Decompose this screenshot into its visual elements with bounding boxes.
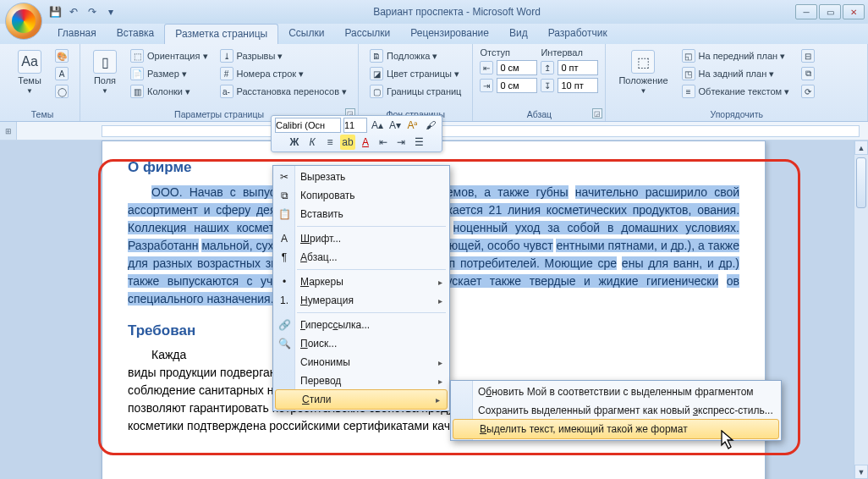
font-color-icon[interactable]: A [358,135,373,150]
cm-bullets[interactable]: •Маркеры [273,273,449,291]
tab-developer[interactable]: Разработчик [538,24,618,44]
sm-select-similar[interactable]: Выделить текст, имеющий такой же формат [453,419,779,439]
cm-font[interactable]: AШрифт... [273,229,449,248]
space-after-input[interactable] [558,78,598,93]
margins-icon: ▯ [93,50,117,74]
ruler-toggle[interactable]: ⊞ [0,122,17,140]
horizontal-ruler[interactable] [102,125,860,137]
tab-review[interactable]: Рецензирование [400,24,499,44]
indent-left[interactable]: ⇤ [480,60,537,75]
style-quick-icon[interactable]: Aᵃ [405,118,420,133]
size-button[interactable]: 📄Размер ▾ [126,65,212,82]
paragraph-launcher[interactable]: ◲ [592,108,602,118]
center-icon[interactable]: ≡ [322,135,338,150]
breaks-button[interactable]: ⤓Разрывы ▾ [216,47,352,64]
effects-icon: ◯ [55,85,69,98]
hyperlink-icon: 🔗 [277,317,292,333]
group-themes-label: Темы [12,108,73,119]
cm-paragraph[interactable]: ¶Абзац... [273,248,449,267]
group-button[interactable]: ⧉ [797,65,819,82]
scroll-thumb[interactable] [856,157,866,208]
italic-icon[interactable]: К [305,135,320,150]
qat-undo[interactable]: ↶ [66,4,81,19]
tab-view[interactable]: Вид [499,24,538,44]
cm-lookup[interactable]: 🔍Поиск... [273,334,449,353]
office-button[interactable] [5,3,42,40]
decrease-indent-icon[interactable]: ⇤ [376,135,391,150]
bring-front-button[interactable]: ◱На передний план ▾ [678,47,794,64]
hyphenation-button[interactable]: a-Расстановка переносов ▾ [216,83,352,100]
indent-left-icon: ⇤ [480,61,493,74]
indent-right-input[interactable] [497,78,537,93]
close-button[interactable]: ✕ [843,4,865,19]
group-page-background: 🗎Подложка ▾ ◪Цвет страницы ▾ ▢Границы ст… [359,44,473,121]
colors-icon: 🎨 [55,49,69,63]
send-back-icon: ◳ [682,67,695,80]
scroll-up[interactable]: ▲ [854,140,868,155]
highlight-icon[interactable]: ab [340,135,355,150]
text-wrap-button[interactable]: ≡Обтекание текстом ▾ [678,83,794,100]
vertical-scrollbar[interactable]: ▲ ▼ [854,140,868,479]
indent-right[interactable]: ⇥ [480,78,537,93]
tab-mailings[interactable]: Рассылки [334,24,400,44]
margins-button[interactable]: ▯ Поля▼ [87,47,123,97]
page-borders-icon: ▢ [370,85,383,98]
tab-home[interactable]: Главная [47,24,107,44]
align-icon: ⊟ [801,49,815,63]
qat-save[interactable]: 💾 [47,4,63,19]
cm-copy[interactable]: ⧉Копировать [273,186,449,205]
tab-page-layout[interactable]: Разметка страницы [164,24,278,44]
breaks-icon: ⤓ [220,49,233,63]
line-numbers-button[interactable]: #Номера строк ▾ [216,65,352,82]
linenum-icon: # [220,67,233,80]
maximize-button[interactable]: ▭ [819,4,841,19]
increase-indent-icon[interactable]: ⇥ [393,135,409,150]
para-dlg-icon: ¶ [277,250,292,265]
qat-redo[interactable]: ↷ [85,4,100,19]
cm-hyperlink[interactable]: 🔗Гиперссылка... [273,316,449,334]
mini-font[interactable] [275,118,341,133]
theme-colors[interactable]: 🎨 [51,47,73,64]
space-after[interactable]: ↧ [541,78,598,93]
cm-styles[interactable]: Стили [275,389,448,410]
bullets-icon[interactable]: ☰ [411,135,426,150]
minimize-button[interactable]: ─ [795,4,817,19]
group-page-setup: ▯ Поля▼ ⬚Ориентация ▾ 📄Размер ▾ ▥Колонки… [80,44,359,121]
cm-numbering[interactable]: 1.Нумерация [273,291,449,310]
lookup-icon: 🔍 [277,336,292,351]
page-borders-button[interactable]: ▢Границы страниц [365,83,465,100]
watermark-button[interactable]: 🗎Подложка ▾ [365,47,465,64]
grow-font-icon[interactable]: A▴ [370,118,385,133]
sm-update-style[interactable]: Обновить Мой в соответствии с выделенным… [451,383,781,401]
columns-button[interactable]: ▥Колонки ▾ [126,83,212,100]
qat-more[interactable]: ▾ [103,4,118,19]
send-back-button[interactable]: ◳На задний план ▾ [678,65,794,82]
mini-size[interactable] [343,118,367,133]
theme-effects[interactable]: ◯ [51,83,73,100]
rotate-button[interactable]: ⟳ [797,83,819,100]
format-painter-icon[interactable]: 🖌 [423,118,438,133]
page-color-button[interactable]: ◪Цвет страницы ▾ [365,65,465,82]
align-button[interactable]: ⊟ [797,47,819,64]
indent-left-input[interactable] [497,60,537,75]
cm-cut[interactable]: ✂Вырезать [273,168,449,186]
themes-button[interactable]: Aa Темы▼ [12,47,47,97]
space-before[interactable]: ↥ [541,60,598,75]
scroll-down[interactable]: ▼ [854,465,868,479]
theme-fonts[interactable]: A [51,65,73,82]
group-icon: ⧉ [801,67,815,80]
cm-translate[interactable]: Перевод [273,372,449,390]
space-before-icon: ↥ [541,61,554,74]
space-before-input[interactable] [558,60,598,75]
orientation-button[interactable]: ⬚Ориентация ▾ [126,47,212,64]
tab-insert[interactable]: Вставка [107,24,165,44]
sm-save-style[interactable]: Сохранить выделенный фрагмент как новый … [451,401,781,420]
cm-paste[interactable]: 📋Вставить [273,205,449,223]
bold-icon[interactable]: Ж [287,135,302,150]
cm-synonyms[interactable]: Синонимы [273,353,449,372]
tab-references[interactable]: Ссылки [278,24,334,44]
styles-submenu: Обновить Мой в соответствии с выделенным… [450,380,782,441]
position-icon: ⬚ [631,50,655,74]
position-button[interactable]: ⬚ Положение▼ [613,47,673,97]
shrink-font-icon[interactable]: A▾ [387,118,403,133]
